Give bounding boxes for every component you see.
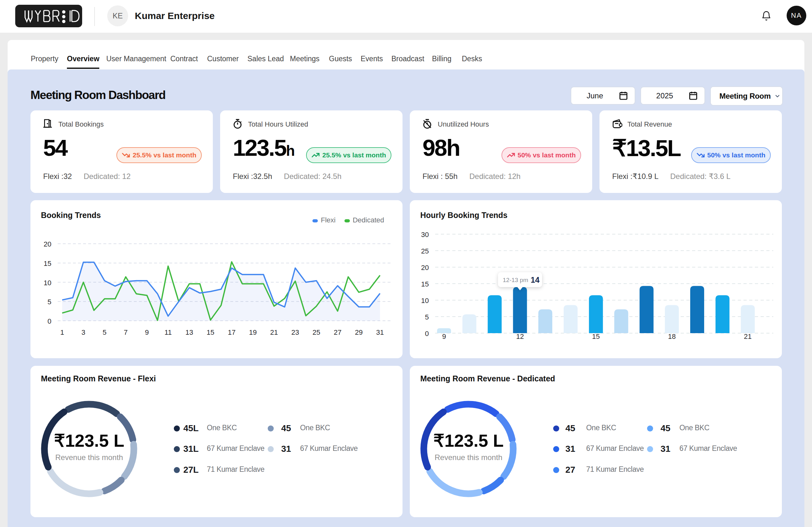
svg-text:13: 13 (186, 328, 193, 336)
svg-text:9: 9 (145, 328, 149, 336)
svg-text:15: 15 (206, 328, 214, 336)
svg-text:15: 15 (44, 259, 52, 268)
svg-text:15: 15 (421, 280, 429, 288)
svg-text:21: 21 (270, 328, 278, 336)
svg-text:5: 5 (102, 328, 106, 336)
svg-text:9: 9 (442, 332, 446, 340)
svg-text:18: 18 (668, 332, 676, 340)
svg-text:19: 19 (249, 328, 257, 336)
svg-text:14: 14 (531, 275, 539, 284)
svg-text:20: 20 (44, 240, 52, 248)
svg-text:11: 11 (165, 328, 172, 336)
svg-text:27: 27 (334, 328, 341, 336)
svg-text:17: 17 (228, 328, 235, 336)
svg-text:23: 23 (291, 328, 299, 336)
svg-text:10: 10 (44, 279, 52, 287)
svg-text:12: 12 (516, 332, 524, 340)
svg-text:10: 10 (421, 297, 429, 304)
svg-text:7: 7 (124, 328, 128, 336)
svg-text:25: 25 (421, 247, 429, 255)
svg-text:21: 21 (744, 332, 751, 340)
svg-text:5: 5 (47, 298, 52, 306)
svg-text:0: 0 (425, 330, 429, 338)
svg-text:1: 1 (60, 328, 64, 336)
svg-text:3: 3 (82, 328, 85, 336)
svg-text:25: 25 (313, 328, 320, 336)
svg-text:30: 30 (421, 231, 429, 239)
svg-text:12-13 pm: 12-13 pm (503, 277, 528, 283)
svg-text:5: 5 (425, 313, 429, 321)
svg-text:20: 20 (421, 264, 429, 272)
svg-text:29: 29 (355, 328, 363, 336)
svg-text:15: 15 (592, 332, 600, 340)
svg-text:0: 0 (47, 317, 52, 325)
svg-text:31: 31 (376, 328, 384, 336)
